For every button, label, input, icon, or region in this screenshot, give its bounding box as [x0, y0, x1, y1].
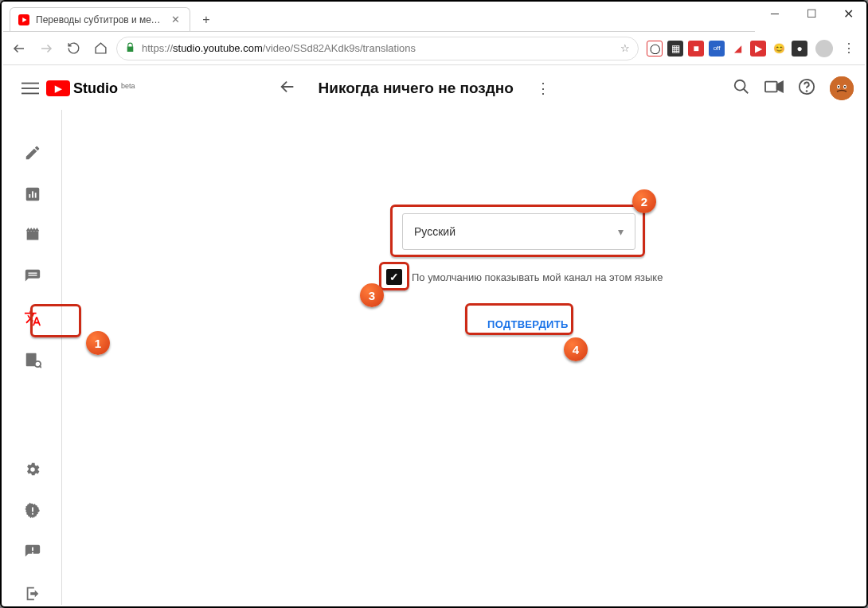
address-bar: https://studio.youtube.com/video/SSd82AK… [3, 32, 865, 65]
language-select-value: Русский [414, 225, 456, 238]
tab-title: Переводы субтитров и метадан... [36, 14, 163, 25]
bookmark-star-icon[interactable]: ☆ [620, 42, 630, 54]
svg-rect-31 [32, 513, 33, 515]
extension-icon[interactable]: ◢ [729, 41, 745, 57]
window-minimize-button[interactable]: ─ [757, 2, 793, 25]
profile-avatar-icon[interactable] [815, 40, 833, 57]
svg-rect-25 [28, 273, 37, 274]
extension-icon[interactable]: ▶ [750, 41, 766, 57]
back-arrow-button[interactable] [279, 78, 296, 99]
nav-back-button[interactable] [8, 37, 30, 60]
sidebar-translations-icon[interactable] [17, 307, 49, 329]
default-language-checkbox[interactable]: ✓ [386, 269, 402, 285]
main-content: Русский ▾ ✓ По умолчанию показывать мой … [62, 110, 865, 605]
annotation-badge: 1 [86, 331, 110, 355]
svg-point-15 [807, 91, 807, 92]
svg-rect-4 [22, 83, 39, 84]
annotation-badge: 4 [564, 337, 588, 361]
tab-close-icon[interactable]: ✕ [170, 14, 182, 25]
svg-point-19 [838, 86, 839, 88]
svg-rect-23 [32, 191, 33, 197]
svg-point-16 [830, 76, 854, 100]
default-language-label: По умолчанию показывать мой канал на это… [412, 271, 663, 283]
annotation-badge: 2 [632, 189, 656, 213]
extension-icon[interactable]: ● [792, 41, 807, 57]
extension-icon[interactable]: off [709, 41, 725, 57]
window-maximize-button[interactable]: ☐ [793, 2, 830, 25]
account-avatar[interactable] [830, 76, 854, 100]
sidebar-editor-icon[interactable] [17, 224, 49, 247]
svg-rect-30 [32, 507, 33, 512]
extension-icon[interactable]: 😊 [771, 41, 787, 57]
sidebar-alert-icon[interactable] [17, 500, 49, 522]
extension-icon[interactable]: ■ [688, 41, 704, 57]
tab-strip: Переводы субтитров и метадан... ✕ + [3, 6, 755, 32]
svg-rect-24 [34, 193, 36, 197]
extension-icon[interactable]: ◯ [647, 41, 663, 57]
sidebar-comments-icon[interactable] [17, 266, 49, 288]
svg-rect-26 [28, 275, 37, 275]
svg-rect-33 [32, 552, 33, 554]
video-options-button[interactable]: ⋮ [536, 80, 550, 97]
youtube-favicon-icon [18, 14, 29, 25]
lock-icon [125, 42, 135, 55]
new-tab-button[interactable]: + [195, 9, 217, 31]
nav-forward-button[interactable] [35, 37, 57, 60]
extension-icon[interactable]: ▦ [667, 41, 683, 57]
youtube-logo-icon: ▶ [46, 80, 70, 96]
url-text: https://studio.youtube.com/video/SSd82AK… [142, 42, 416, 54]
svg-rect-5 [22, 88, 39, 89]
svg-point-8 [735, 80, 745, 90]
studio-logo[interactable]: ▶ Studio beta [46, 80, 135, 97]
sidebar-other-icon[interactable] [17, 349, 49, 371]
sidebar [3, 110, 62, 605]
svg-rect-22 [29, 194, 30, 198]
help-icon[interactable] [798, 78, 815, 99]
confirm-button[interactable]: ПОДТВЕРДИТЬ [476, 311, 580, 337]
svg-rect-6 [22, 93, 39, 95]
url-input[interactable]: https://studio.youtube.com/video/SSd82AK… [116, 37, 639, 60]
logo-text: Studio [73, 80, 118, 97]
browser-menu-button[interactable]: ⋮ [838, 41, 860, 56]
window-close-button[interactable]: ✕ [830, 2, 866, 25]
sidebar-settings-icon[interactable] [17, 458, 49, 481]
sidebar-edit-icon[interactable] [17, 142, 49, 164]
studio-header: ▶ Studio beta Никогда ничего не поздно ⋮ [3, 67, 865, 110]
svg-line-29 [39, 365, 41, 368]
svg-rect-32 [32, 548, 33, 551]
sidebar-exit-icon[interactable] [17, 583, 49, 605]
search-icon[interactable] [733, 78, 750, 99]
nav-reload-button[interactable] [62, 37, 84, 60]
sidebar-analytics-icon[interactable] [17, 183, 49, 205]
svg-line-9 [744, 88, 749, 93]
logo-beta-label: beta [121, 82, 135, 90]
svg-marker-11 [777, 81, 783, 92]
svg-point-20 [844, 86, 846, 88]
menu-toggle-button[interactable] [14, 80, 46, 97]
extension-icons: ◯ ▦ ■ off ◢ ▶ 😊 ● [643, 41, 811, 57]
nav-home-button[interactable] [89, 37, 111, 60]
video-title: Никогда ничего не поздно [319, 80, 514, 97]
sidebar-feedback-icon[interactable] [17, 541, 49, 563]
create-video-icon[interactable] [764, 78, 784, 99]
chevron-down-icon: ▾ [618, 225, 624, 238]
annotation-badge: 3 [360, 283, 384, 307]
browser-tab[interactable]: Переводы субтитров и метадан... ✕ [10, 7, 190, 31]
language-select[interactable]: Русский ▾ [402, 213, 635, 250]
